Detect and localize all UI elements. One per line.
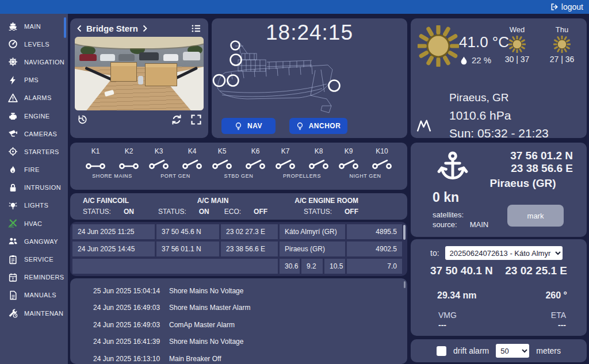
sidebar-item-main[interactable]: MAIN — [0, 17, 68, 35]
alarm-time: 25 Jun 2025 15:04:14 — [93, 287, 169, 295]
position-row-datetime: 24 Jun 2025 11:25 — [72, 224, 155, 239]
sidebar-item-cameras[interactable]: CAMERAS — [0, 125, 68, 143]
breaker-k9: K9 — [336, 147, 361, 170]
engine-icon — [7, 111, 18, 121]
forecast-range: 30 | 37 — [499, 55, 535, 64]
alarm-time: 24 Jun 2025 16:49:03 — [93, 321, 169, 329]
forecast-day-thu: Thu 27 | 36 — [544, 25, 580, 64]
gps-latitude: 37 56 01.2 N — [510, 150, 573, 162]
mark-position-button[interactable]: mark — [507, 205, 564, 227]
sidebar-item-reminders[interactable]: REMINDERS — [0, 269, 68, 286]
position-row-place: Káto Almyrí (GR) — [280, 224, 345, 239]
sidebar-item-fire[interactable]: FIRE — [0, 161, 68, 179]
eco-value: OFF — [254, 208, 267, 216]
position-row-lon: 23 02 27.3 E — [221, 224, 278, 239]
eco-label: ECO: — [224, 208, 241, 216]
sidebar-item-manuals[interactable]: MANUALS — [0, 286, 68, 304]
source-value: MAIN — [470, 220, 489, 229]
forecast-day-label: Thu — [544, 25, 580, 34]
table-scrollbar[interactable] — [403, 225, 406, 240]
sidebar-item-label: FIRE — [24, 166, 40, 173]
camera-next-chevron[interactable] — [143, 25, 147, 32]
bulb-icon — [7, 200, 18, 210]
sidebar-item-label: LIGHTS — [24, 202, 48, 209]
sidebar-item-starters[interactable]: STARTERS — [0, 143, 68, 160]
breakers-panel: K1 K2 SHORE MAINS K3 K4 PORT GEN — [70, 143, 407, 190]
sidebar-item-engine[interactable]: ENGINE — [0, 107, 68, 125]
alarm-log-panel: 25 Jun 2025 15:04:14 Shore Mains No Volt… — [70, 278, 407, 364]
sun-icon — [544, 36, 580, 53]
sidebar-item-label: ALARMS — [24, 94, 52, 101]
alarm-entry: 24 Jun 2025 16:49:03 ComAp Master Alarm — [70, 316, 407, 334]
sidebar-item-pms[interactable]: PMS — [0, 71, 68, 89]
summary-value: 9.2 — [301, 259, 323, 274]
status-value: OFF — [345, 208, 358, 216]
gps-longitude: 23 38 56.6 E — [510, 162, 573, 175]
humidity-value: 22 % — [472, 55, 491, 65]
alarm-message: Shore Mains No Voltage — [169, 338, 243, 346]
people-icon — [7, 236, 18, 247]
car — [79, 54, 97, 61]
anchor-light-button[interactable]: ANCHOR — [289, 118, 347, 134]
camera-history-button[interactable] — [77, 114, 87, 125]
ac-unit-main: A/C MAIN STATUS:ON ECO:OFF — [151, 197, 275, 216]
drift-distance-select[interactable]: 50 — [496, 344, 529, 358]
deck-cabinet — [110, 62, 137, 82]
logout-button[interactable]: logout — [550, 2, 583, 12]
position-log-table: 24 Jun 2025 11:25 37 50 45.6 N 23 02 27.… — [70, 222, 407, 276]
sidebar-item-gangway[interactable]: GANGWAY — [0, 232, 68, 250]
nav-button-label: NAV — [247, 122, 262, 130]
car — [118, 54, 135, 61]
sidebar-item-label: INTRUSION — [24, 184, 61, 191]
summary-value: 7.0 — [347, 259, 402, 274]
to-label: to: — [430, 248, 439, 258]
drift-alarm-checkbox[interactable] — [437, 346, 446, 356]
lightning-icon — [7, 75, 18, 85]
breaker-group-stbd-gen: K5 K6 STBD GEN — [209, 147, 268, 187]
sidebar-item-label: ENGINE — [24, 113, 50, 120]
weather-location: Piraeus, GR — [449, 89, 549, 106]
sun-icon — [499, 36, 535, 53]
alarm-time: 24 Jun 2025 16:41:39 — [93, 338, 169, 346]
sidebar-item-lights[interactable]: LIGHTS — [0, 197, 68, 214]
sidebar-item-maintenance[interactable]: MAINTENAN — [0, 304, 68, 322]
camera-live-view[interactable] — [75, 37, 204, 110]
drift-alarm-panel: drift alarm 50 meters — [411, 339, 587, 362]
pressure-value: 1010.6 hPa — [449, 106, 549, 124]
sidebar-item-label: GANGWAY — [24, 238, 58, 245]
sidebar-scrollbar[interactable] — [64, 17, 66, 38]
sidebar-item-alarms[interactable]: ALARMS — [0, 89, 68, 107]
position-row-datetime: 24 Jun 2025 14:45 — [72, 242, 155, 256]
camera-prev-chevron[interactable] — [77, 25, 82, 32]
alarm-entry: 25 Jun 2025 15:04:14 Shore Mains No Volt… — [70, 282, 407, 300]
sidebar-item-label: MAIN — [24, 23, 41, 30]
alarm-scrollbar[interactable] — [404, 281, 406, 288]
status-value: ON — [124, 208, 134, 216]
destination-select[interactable]: 20250624072613 - Káto Almyrí — [445, 246, 563, 260]
sidebar-item-hvac[interactable]: A/C HVAC — [0, 214, 68, 232]
nav-lights-button[interactable]: NAV — [221, 118, 276, 134]
summary-value: 30.6 — [280, 259, 300, 274]
sidebar-item-label: PMS — [24, 76, 39, 83]
light-bulb-icon — [296, 122, 304, 131]
warning-triangle-icon — [7, 93, 18, 103]
sidebar-item-navigation[interactable]: NAVIGATION — [0, 53, 68, 71]
position-row-lat: 37 50 45.6 N — [156, 224, 219, 239]
ship-icon — [7, 21, 18, 32]
wrench-clock-icon — [7, 308, 18, 319]
camera-fullscreen-button[interactable] — [191, 114, 201, 125]
gauge-icon — [7, 39, 18, 49]
camera-list-icon — [191, 24, 201, 33]
camera-list-button[interactable] — [191, 24, 201, 33]
sidebar-item-intrusion[interactable]: INTRUSION — [0, 179, 68, 197]
sidebar-item-service[interactable]: SERVICE — [0, 250, 68, 268]
flame-icon — [7, 164, 18, 175]
clipboard-icon — [7, 254, 18, 265]
sidebar-item-levels[interactable]: LEVELS — [0, 35, 68, 53]
forecast-range: 27 | 36 — [544, 55, 580, 64]
car — [183, 52, 200, 60]
sidebar-item-label: CAMERAS — [24, 131, 57, 137]
camera-refresh-button[interactable] — [171, 114, 182, 125]
drift-alarm-label: drift alarm — [453, 346, 489, 355]
alarm-entry: 24 Jun 2025 16:13:10 Main Breaker Off — [70, 350, 407, 364]
